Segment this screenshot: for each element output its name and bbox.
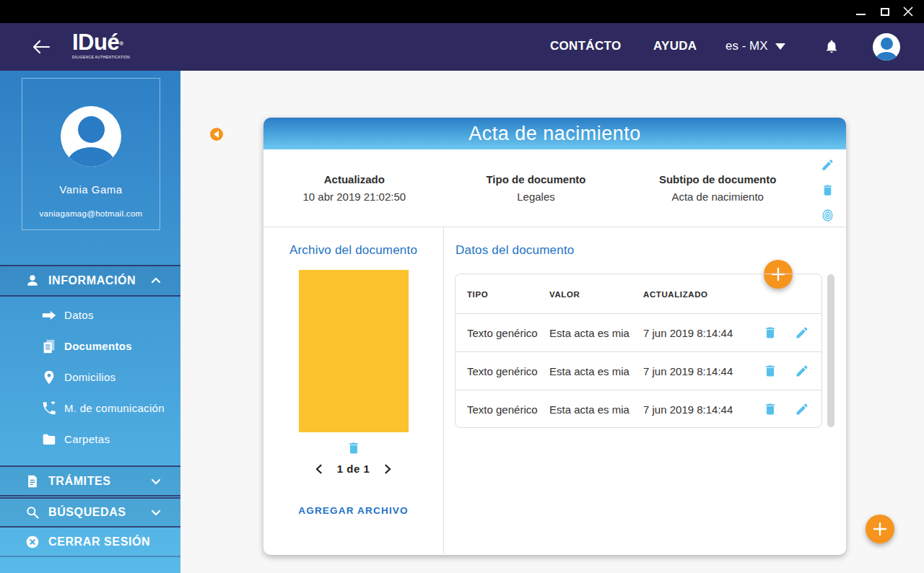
sidebar-section-informacion[interactable]: INFORMACIÓN: [0, 265, 180, 297]
delete-row-button[interactable]: [763, 364, 777, 378]
column-header-tipo: TIPO: [467, 290, 488, 299]
table-row: Texto genérico Esta acta es mia 7 jun 20…: [456, 313, 821, 351]
app-header: IDué® DILIGENCE AUTHENTICATION CONTÁCTO …: [0, 23, 924, 71]
add-document-button[interactable]: [866, 515, 894, 543]
cell-valor: Esta acta es mia: [549, 327, 643, 339]
document-meta: Actualizado 10 abr 2019 21:02:50 Tipo de…: [263, 149, 846, 227]
notifications-button[interactable]: [824, 39, 839, 55]
nav-contact-link[interactable]: CONTÁCTO: [550, 39, 621, 53]
phone-icon: [41, 401, 57, 416]
back-arrow-icon: [32, 38, 51, 56]
sidebar-item-label: Domicilios: [64, 371, 116, 383]
meta-tipo-documento: Tipo de documento Legales: [445, 149, 627, 227]
avatar-person-icon: [881, 38, 893, 50]
logo-subtitle: DILIGENCE AUTHENTICATION: [72, 55, 130, 59]
file-preview: [299, 270, 409, 432]
row-actions: [751, 402, 821, 416]
delete-file-button[interactable]: [346, 441, 361, 455]
previous-page-button[interactable]: [314, 464, 323, 474]
table-row: Texto genérico Esta acta es mia 7 jun 20…: [456, 390, 821, 428]
back-button[interactable]: [32, 38, 51, 56]
user-avatar[interactable]: [873, 33, 900, 61]
data-panel: Datos del documento TIPO VALOR ACTUALIZA…: [444, 227, 846, 554]
column-header-actualizado: ACTUALIZADO: [643, 290, 708, 299]
minimize-icon: [856, 14, 866, 15]
section-label: BÚSQUEDAS: [48, 506, 126, 519]
meta-label: Tipo de documento: [445, 173, 627, 185]
close-circle-icon: [25, 535, 40, 549]
meta-value: 10 abr 2019 21:02:50: [263, 191, 445, 203]
person-icon: [25, 274, 40, 288]
table-scrollbar[interactable]: [827, 274, 834, 427]
location-pin-icon: [41, 369, 57, 385]
cell-valor: Esta acta es mia: [549, 365, 643, 377]
column-header-valor: VALOR: [549, 290, 580, 299]
language-selector[interactable]: es - MX: [725, 39, 785, 53]
sidebar-item-datos[interactable]: Datos: [0, 299, 180, 331]
logout-label: CERRAR SESIÓN: [48, 535, 150, 548]
section-label: TRÁMITES: [48, 475, 111, 488]
minimize-button[interactable]: [849, 0, 872, 23]
edit-row-button[interactable]: [795, 325, 809, 340]
cell-valor: Esta acta es mia: [549, 403, 643, 416]
maximize-icon: [881, 8, 889, 16]
app-window: IDué® DILIGENCE AUTHENTICATION CONTÁCTO …: [0, 0, 924, 573]
nav-help-link[interactable]: AYUDA: [653, 39, 697, 53]
folder-icon: [41, 432, 57, 447]
edit-row-button[interactable]: [795, 364, 809, 378]
file-panel-title: Archivo del documento: [263, 243, 443, 258]
sidebar-item-medios-comunicacion[interactable]: M. de comunicación: [0, 393, 180, 424]
data-table: TIPO VALOR ACTUALIZADO Texto genérico Es…: [455, 274, 822, 428]
bell-icon: [824, 39, 839, 53]
close-button[interactable]: [897, 0, 920, 23]
edit-document-button[interactable]: [821, 158, 834, 172]
delete-document-button[interactable]: [821, 183, 834, 197]
sidebar-section-busquedas[interactable]: BÚSQUEDAS: [0, 497, 180, 528]
maximize-button[interactable]: [873, 0, 897, 23]
sidebar-item-label: M. de comunicación: [64, 402, 165, 414]
sidebar: Vania Gama vaniagamag@hotmail.com INFORM…: [0, 71, 180, 573]
row-actions: [751, 364, 821, 378]
document-card-body: Archivo del documento 1 de 1 AGREGAR ARC…: [263, 227, 846, 554]
meta-actualizado: Actualizado 10 abr 2019 21:02:50: [263, 149, 445, 227]
edit-row-button[interactable]: [795, 402, 809, 416]
delete-row-button[interactable]: [763, 402, 777, 416]
search-icon: [25, 505, 40, 520]
document-card-header: Acta de nacimiento: [263, 118, 846, 149]
sidebar-item-documentos[interactable]: Documentos: [0, 331, 180, 362]
language-value: es - MX: [725, 39, 768, 53]
chevron-down-icon: [775, 43, 785, 50]
section-label: INFORMACIÓN: [48, 274, 136, 287]
close-icon: [903, 6, 913, 17]
cell-tipo: Texto genérico: [456, 365, 549, 377]
chevron-up-icon: [150, 275, 162, 286]
add-file-button[interactable]: AGREGAR ARCHIVO: [298, 505, 409, 516]
document-title: Acta de nacimiento: [468, 123, 641, 145]
sidebar-item-domicilios[interactable]: Domicilios: [0, 362, 180, 393]
sidebar-item-label: Carpetas: [64, 433, 110, 445]
plus-icon: [873, 522, 887, 536]
triangle-left-icon: [214, 131, 219, 138]
cell-actualizado: 7 jun 2019 8:14:44: [643, 327, 751, 339]
app-logo: IDué® DILIGENCE AUTHENTICATION: [72, 31, 130, 59]
document-actions: [808, 149, 846, 227]
meta-value: Acta de nacimiento: [627, 191, 808, 203]
next-page-button[interactable]: [383, 464, 393, 474]
profile-email: vaniagamag@hotmail.com: [22, 209, 160, 218]
cell-actualizado: 7 jun 2019 8:14:44: [643, 403, 751, 416]
meta-subtipo-documento: Subtipo de documento Acta de nacimiento: [627, 149, 808, 227]
sidebar-logout[interactable]: CERRAR SESIÓN: [0, 528, 180, 557]
table-header-row: TIPO VALOR ACTUALIZADO: [456, 274, 821, 313]
page-indicator: 1 de 1: [337, 463, 370, 475]
profile-avatar: [61, 106, 121, 167]
chevron-down-icon: [150, 507, 162, 518]
delete-row-button[interactable]: [763, 325, 777, 340]
window-titlebar: [0, 0, 924, 23]
sidebar-informacion-submenu: Datos Documentos Domicilios: [0, 299, 180, 455]
sidebar-item-label: Documentos: [64, 340, 132, 352]
sidebar-item-carpetas[interactable]: Carpetas: [0, 424, 180, 455]
document-card: Acta de nacimiento Actualizado 10 abr 20…: [263, 118, 846, 555]
sidebar-section-tramites[interactable]: TRÁMITES: [0, 465, 180, 497]
fingerprint-button[interactable]: [821, 209, 834, 222]
sidebar-collapse-toggle[interactable]: [210, 128, 223, 141]
